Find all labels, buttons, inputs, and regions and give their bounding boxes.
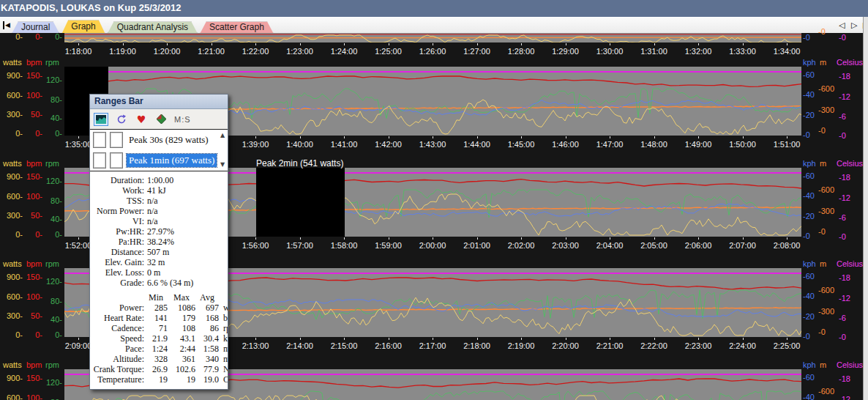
heart-icon[interactable]: ♥ bbox=[135, 114, 148, 125]
time-tick bbox=[654, 43, 655, 45]
stats-avg: 77.9 bbox=[195, 364, 219, 374]
stats-label: Crank Torque: bbox=[90, 364, 144, 374]
stats-label: Cadence: bbox=[90, 323, 144, 333]
celsius-axis-tick: -18 bbox=[839, 374, 850, 383]
time-label: 1:39:00 bbox=[233, 140, 278, 149]
detail-label: Elev. Gain: bbox=[90, 257, 144, 267]
time-label: 1:18:00 bbox=[56, 47, 101, 56]
detail-label: Duration: bbox=[90, 175, 144, 185]
tab-graph[interactable]: Graph bbox=[61, 20, 105, 34]
window-titlebar[interactable]: KATAPODIS, LOUKAS on Kup 25/3/2012 bbox=[0, 0, 868, 17]
kph-axis-tick: -0 bbox=[803, 332, 810, 341]
ranges-bar-toolbar: ♥ M:S bbox=[90, 109, 228, 129]
rpm-axis-tick: 0- bbox=[0, 129, 62, 138]
rpm-axis-header: rpm bbox=[45, 259, 59, 268]
stats-max: 43.1 bbox=[168, 333, 195, 344]
area-chart-icon[interactable] bbox=[94, 113, 108, 126]
time-tick bbox=[477, 338, 478, 340]
celsius-axis-tick: -6 bbox=[839, 314, 846, 322]
time-label: 2:06:00 bbox=[676, 241, 721, 250]
refresh-icon[interactable] bbox=[115, 114, 128, 125]
time-tick bbox=[787, 43, 787, 45]
detail-value: 1:00.00 bbox=[144, 175, 228, 185]
vertical-scrollbar[interactable] bbox=[863, 17, 868, 400]
stats-avg: 19.0 bbox=[195, 374, 219, 385]
m-axis-tick: -600 bbox=[818, 286, 834, 295]
range-details-panel: Duration:1:00.00Work:41 kJTSS:n/aNorm Po… bbox=[90, 171, 228, 389]
time-label: 1:26:00 bbox=[410, 47, 455, 56]
kph-axis-header: kph bbox=[803, 159, 816, 168]
plot-area[interactable] bbox=[64, 33, 801, 42]
peak-list: Peak 30s (829 watts)Peak 1min (697 watts… bbox=[90, 129, 228, 171]
stats-unit: Celsius bbox=[219, 374, 228, 385]
first-tab-icon[interactable]: ◀ bbox=[3, 21, 10, 29]
time-tick bbox=[78, 43, 79, 45]
time-tick bbox=[389, 43, 389, 45]
time-label: 2:21:00 bbox=[587, 341, 632, 350]
time-tick bbox=[787, 237, 787, 240]
stats-unit: N-m bbox=[219, 364, 228, 374]
time-tick bbox=[610, 43, 610, 45]
time-tick bbox=[521, 136, 522, 138]
rpm-axis-header: rpm bbox=[45, 58, 59, 67]
time-label: 2:02:00 bbox=[498, 241, 544, 250]
celsius-axis-tick: -6 bbox=[839, 112, 846, 121]
peak-checkbox-1[interactable] bbox=[93, 132, 106, 148]
peak-list-item[interactable]: Peak 1min (697 watts) bbox=[90, 150, 228, 171]
celsius-axis-tick: -12 bbox=[839, 193, 850, 202]
previous-tab-icon[interactable]: ◁ bbox=[839, 21, 845, 31]
stats-label: Temperature: bbox=[90, 374, 144, 385]
stats-unit: kph bbox=[219, 333, 228, 344]
peak-checkbox-1[interactable] bbox=[93, 152, 106, 168]
rpm-axis-header: rpm bbox=[45, 159, 59, 168]
time-label: 2:22:00 bbox=[632, 341, 677, 350]
peak-list-item[interactable]: Peak 30s (829 watts) bbox=[90, 130, 228, 150]
stats-label: Heart Rate: bbox=[90, 313, 144, 323]
time-label: 1:40:00 bbox=[277, 140, 323, 149]
peak-2min-selection bbox=[256, 168, 345, 237]
time-label: 1:44:00 bbox=[454, 140, 500, 149]
time-tick bbox=[167, 43, 168, 45]
detail-label: Work: bbox=[90, 185, 144, 196]
m-axis-tick: -300 bbox=[818, 307, 834, 316]
ranges-bar-titlebar[interactable]: Ranges Bar bbox=[90, 95, 228, 109]
time-label: 2:04:00 bbox=[587, 241, 632, 250]
next-tab-icon[interactable]: ▷ bbox=[851, 21, 857, 31]
window-title: KATAPODIS, LOUKAS on Kup 25/3/2012 bbox=[1, 2, 182, 13]
scroll-down-icon[interactable]: ▼ bbox=[218, 160, 227, 169]
stats-min: 26.9 bbox=[144, 364, 168, 374]
time-tick bbox=[521, 43, 522, 45]
peak-list-scrollbar[interactable]: ▲▼ bbox=[217, 130, 228, 171]
peak-checkbox-2[interactable] bbox=[110, 132, 123, 148]
time-label: 1:32:00 bbox=[676, 47, 721, 56]
time-tick bbox=[610, 136, 610, 138]
detail-label: Distance: bbox=[90, 247, 144, 257]
ranges-bar-window: Ranges Bar ♥ M:S Peak 30s (829 watts)Pea… bbox=[89, 94, 228, 390]
celsius-axis-tick: -12 bbox=[839, 92, 850, 101]
rpm-axis-tick: 80- bbox=[0, 297, 62, 305]
kph-axis-header: kph bbox=[803, 259, 816, 268]
peak-checkbox-2[interactable] bbox=[110, 152, 123, 168]
detail-row: Distance:507 m bbox=[90, 247, 228, 257]
elevation-marker-icon[interactable] bbox=[154, 114, 168, 125]
time-tick bbox=[610, 237, 610, 240]
tab-scatter-graph[interactable]: Scatter Graph bbox=[200, 21, 274, 34]
units-mode-label: M:S bbox=[174, 115, 191, 124]
tab-quadrant-analysis[interactable]: Quadrant Analysis bbox=[108, 21, 198, 34]
time-tick bbox=[698, 136, 699, 138]
m-axis-tick: -600 bbox=[818, 84, 834, 93]
stats-min: 328 bbox=[144, 354, 168, 364]
time-label: 1:58:00 bbox=[321, 241, 367, 250]
detail-row: Work:41 kJ bbox=[90, 185, 228, 196]
stats-row: Altitude:328361340m bbox=[90, 354, 228, 364]
watts-axis-header: watts bbox=[3, 159, 22, 168]
time-label: 1:59:00 bbox=[366, 241, 411, 250]
time-label: 1:34:00 bbox=[764, 47, 809, 56]
stats-min: 141 bbox=[144, 313, 168, 323]
bpm-axis-header: bpm bbox=[26, 259, 42, 268]
scroll-up-icon[interactable]: ▲ bbox=[218, 131, 227, 140]
time-tick bbox=[255, 338, 256, 340]
kph-axis-header: kph bbox=[803, 58, 816, 67]
rpm-axis-tick: 40- bbox=[0, 315, 62, 324]
celsius-axis-tick: -18 bbox=[839, 273, 850, 282]
